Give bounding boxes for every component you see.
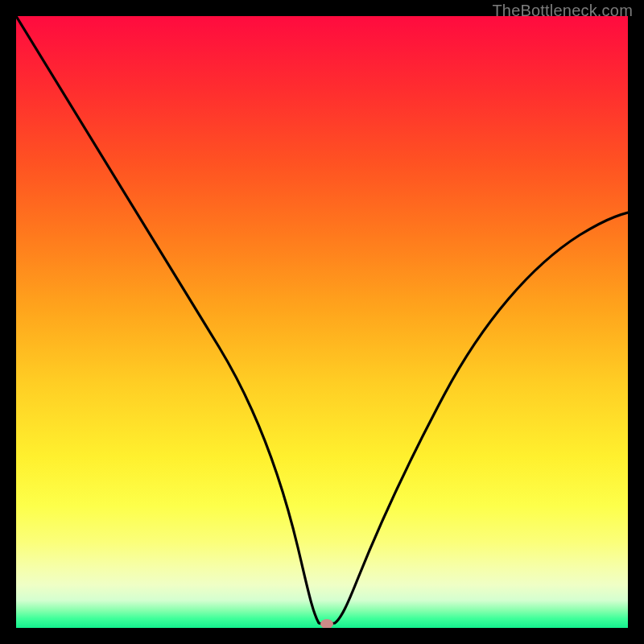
- chart-frame: TheBottleneck.com: [0, 0, 644, 644]
- bottleneck-curve: [16, 16, 628, 624]
- plot-area: [16, 16, 628, 628]
- watermark-text: TheBottleneck.com: [492, 2, 633, 20]
- curve-layer: [16, 16, 628, 628]
- minimum-marker: [320, 619, 333, 628]
